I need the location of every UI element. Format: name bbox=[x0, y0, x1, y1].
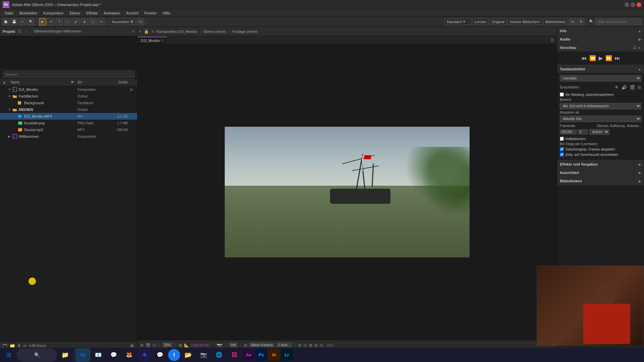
toolbar-settings[interactable]: ⚙ bbox=[577, 18, 585, 25]
vc-icon1[interactable]: ⊞ bbox=[140, 343, 144, 348]
vc-icon5[interactable]: 📐 bbox=[184, 343, 189, 348]
vc-icon6[interactable]: ⊞ bbox=[244, 343, 247, 348]
tree-item-djivideo[interactable]: DJI_Mexiko.MP4 AVI 3,5 GB bbox=[0, 113, 137, 120]
menu-bearbeiten[interactable]: Bearbeiten bbox=[17, 10, 40, 16]
taskbar-illustrator[interactable]: Ai bbox=[268, 349, 280, 361]
keyboard-collapse-icon[interactable]: ▲ bbox=[638, 67, 641, 71]
col-size-header[interactable]: Größe bbox=[108, 80, 128, 84]
current-time-display[interactable]: 0;00;00;00 bbox=[191, 343, 215, 347]
expand-medien[interactable]: ▼ bbox=[8, 108, 12, 111]
vc-icon8[interactable]: ⊡ bbox=[304, 343, 307, 348]
quality-dropdown[interactable]: Voll bbox=[229, 343, 237, 348]
comp-tab-close[interactable]: × bbox=[161, 39, 163, 42]
expand-willkommen[interactable]: ▶ bbox=[8, 135, 12, 138]
comp-panel-lock[interactable]: 🔒 bbox=[144, 29, 149, 34]
kleiner-btn[interactable]: Kleiner Bildschirm bbox=[508, 18, 542, 25]
ueberspr-input[interactable] bbox=[578, 129, 588, 134]
taskbar-explorer[interactable]: 📁 bbox=[58, 348, 72, 362]
close-button[interactable] bbox=[637, 2, 641, 7]
effekte-collapse-icon[interactable]: ▶ bbox=[639, 163, 641, 166]
tool-search[interactable]: 🔍 bbox=[27, 18, 35, 25]
taskbar-photoshop[interactable]: Ps bbox=[255, 349, 267, 361]
taskbar-start[interactable]: ⊞ bbox=[1, 348, 16, 362]
tool-text[interactable]: T bbox=[56, 18, 63, 25]
taskbar-cam1[interactable]: 📷 bbox=[196, 348, 211, 362]
vc-icon4[interactable]: ⊠ bbox=[179, 343, 182, 348]
bibliotheken-btn[interactable]: Bibliotheken bbox=[543, 18, 568, 25]
einschl-eye-icon[interactable]: 👁 bbox=[614, 85, 619, 90]
menu-ebene[interactable]: Ebene bbox=[67, 10, 83, 16]
einschl-extra-icon[interactable]: ⊞ bbox=[638, 85, 641, 90]
bibliotheken-section-header[interactable]: Bibliotheken ▶ bbox=[557, 177, 644, 185]
audio-section-header[interactable]: Audio ▶ bbox=[557, 35, 644, 43]
vc-icon3[interactable]: ⊡ bbox=[153, 343, 156, 348]
tool-undo[interactable]: ↩ bbox=[19, 18, 26, 25]
tool-stamp[interactable]: ◈ bbox=[81, 18, 88, 25]
tool-select[interactable]: ▶ bbox=[39, 18, 46, 25]
tool-puppet[interactable]: ✦ bbox=[98, 18, 105, 25]
keyboard-section-header[interactable]: Tastaturbefehl ▲ bbox=[557, 65, 644, 73]
taskbar-firefox[interactable]: 🦊 bbox=[122, 348, 137, 362]
tree-item-kursbild[interactable]: PNG Kursbild.png PNG-Datei 1,7 MB bbox=[0, 120, 137, 126]
taskbar-mail[interactable]: 📧 bbox=[91, 348, 106, 362]
minimize-button[interactable] bbox=[625, 2, 629, 7]
info-section-header[interactable]: Info ▲ bbox=[557, 27, 644, 35]
aufloesung-dropdown[interactable]: Automa... bbox=[589, 129, 609, 135]
comp-panel-menu[interactable]: ☰ bbox=[548, 38, 557, 43]
taskbar-browser2[interactable]: 🌐 bbox=[212, 348, 226, 362]
tool-home[interactable]: 🏠 bbox=[2, 18, 9, 25]
toolbar-align[interactable]: Ausrichten ⊞ bbox=[109, 18, 136, 25]
effekte-section-header[interactable]: Effekte und Vorgaben ▶ bbox=[557, 160, 644, 168]
tool-pen[interactable]: ✏ bbox=[47, 18, 55, 25]
learn-btn[interactable]: Lernen bbox=[472, 18, 488, 25]
zeitp-verschieben-checkbox[interactable] bbox=[560, 153, 564, 157]
tree-item-medien[interactable]: ▼ MEDIEN Ordner bbox=[0, 106, 137, 113]
taskbar-aftereffects[interactable]: Ae bbox=[243, 349, 255, 361]
taskbar-whatsapp[interactable]: 💬 bbox=[106, 348, 121, 362]
tree-item-djimexiko-comp[interactable]: ▼ K DJI_Mexiko Komposition ⊞ bbox=[0, 86, 137, 93]
tree-item-background[interactable]: Background Farbfläche bbox=[0, 100, 137, 106]
col-name-header[interactable]: Name bbox=[11, 80, 71, 84]
ausrichten-section-header[interactable]: Ausrichten ▶ bbox=[557, 169, 644, 177]
preview-section-header[interactable]: Vorschau ☰ ▲ bbox=[557, 44, 644, 52]
comp-settings-icon[interactable]: ⊞ bbox=[130, 88, 132, 92]
menu-fenster[interactable]: Fenster bbox=[142, 10, 159, 16]
menu-animation[interactable]: Animation bbox=[101, 10, 123, 16]
menu-datei[interactable]: Datei bbox=[2, 10, 16, 16]
keyboard-shortcut-dropdown[interactable]: Leertaste bbox=[560, 75, 641, 81]
vc-icon9[interactable]: ⊠ bbox=[309, 343, 312, 348]
taskbar-lightroom[interactable]: Lr bbox=[281, 349, 293, 361]
preview-collapse-icon[interactable]: ▲ bbox=[638, 46, 641, 50]
framerate-input[interactable] bbox=[560, 129, 577, 134]
tool-extra1[interactable]: ⊡ bbox=[137, 18, 144, 25]
prev-prev-btn[interactable]: ⏪ bbox=[589, 55, 596, 61]
prev-play-btn[interactable]: ▶ bbox=[599, 55, 603, 61]
vc-icon10[interactable]: ⊞ bbox=[314, 343, 318, 348]
taskbar-photos[interactable]: 🖼 bbox=[227, 348, 242, 362]
project-search-input[interactable] bbox=[3, 71, 135, 78]
audio-collapse-icon[interactable]: ▶ bbox=[639, 38, 641, 41]
vor-wiederg-checkbox[interactable] bbox=[560, 93, 564, 97]
taskbar-facebook[interactable]: f bbox=[168, 349, 180, 361]
expand-farbflachen[interactable]: ▼ bbox=[8, 95, 12, 98]
info-collapse-icon[interactable]: ▲ bbox=[638, 29, 641, 33]
tree-item-sound[interactable]: MP3 Sound.mp3 MP3 438 KB bbox=[0, 126, 137, 133]
effekt-tab[interactable]: Effekteinstellungen Willkommen bbox=[31, 28, 84, 35]
einschl-video-icon[interactable]: 🎬 bbox=[630, 85, 635, 90]
bibliotheken-collapse-icon[interactable]: ▶ bbox=[639, 179, 641, 183]
ausrichten-collapse-icon[interactable]: ▶ bbox=[639, 171, 641, 175]
menu-ansicht[interactable]: Ansicht bbox=[123, 10, 141, 16]
vollbild-checkbox[interactable] bbox=[560, 137, 564, 141]
tool-save[interactable]: 💾 bbox=[10, 18, 18, 25]
original-btn[interactable]: Original bbox=[489, 18, 507, 25]
comp-panel-close[interactable]: × bbox=[139, 29, 141, 34]
taskbar-messenger[interactable]: 💬 bbox=[153, 348, 167, 362]
comp-tab-djimexiko[interactable]: DJI_Mexiko × bbox=[138, 37, 167, 44]
vc-icon7[interactable]: ⊞ bbox=[298, 343, 302, 348]
prev-next-btn[interactable]: ⏩ bbox=[605, 55, 612, 61]
col-type-header[interactable]: Art bbox=[77, 80, 108, 84]
menu-komposition[interactable]: Komposition bbox=[41, 10, 66, 16]
tool-eraser[interactable]: ◻ bbox=[89, 18, 97, 25]
toolbar-extra[interactable]: ≫ bbox=[569, 18, 576, 25]
views-dropdown[interactable]: 1 Ansi... bbox=[276, 343, 292, 348]
